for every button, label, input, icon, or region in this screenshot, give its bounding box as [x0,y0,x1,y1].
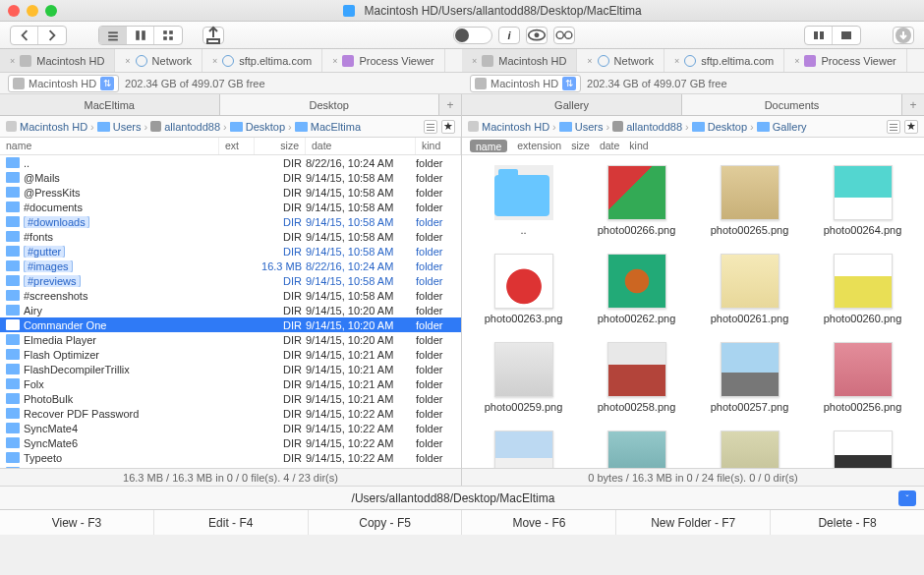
connection-tab[interactable]: ×Macintosh HD [0,49,115,72]
grid-item[interactable]: photo00266.png [583,165,690,236]
file-row[interactable]: Commander OneDIR9/14/15, 10:20 AMfolder [0,317,461,332]
grid-item[interactable]: photo00259.png [470,342,577,413]
grid-item[interactable]: photo00260.png [809,254,916,324]
file-row[interactable]: #fontsDIR9/14/15, 10:58 AMfolder [0,229,461,244]
breadcrumb-item[interactable]: allantodd88 [150,121,220,133]
tab-documents[interactable]: Documents [682,94,902,115]
right-icon-grid[interactable]: ..photo00266.pngphoto00265.pngphoto00264… [462,155,924,468]
grid-item[interactable]: photo00265.png [696,165,803,236]
downloads-button[interactable] [893,27,914,44]
grid-item[interactable] [583,431,690,468]
connection-tab[interactable]: ×Network [577,49,664,72]
toggle-switch[interactable] [453,27,492,44]
function-key-button[interactable]: Copy - F5 [309,510,463,535]
grid-item[interactable]: photo00261.png [696,254,803,324]
back-button[interactable] [11,27,38,44]
file-row[interactable]: @PressKitsDIR9/14/15, 10:58 AMfolder [0,185,461,200]
grid-item[interactable] [470,431,577,468]
file-row[interactable]: SyncMate6DIR9/14/15, 10:22 AMfolder [0,435,461,450]
connection-tab[interactable]: ×Process Viewer [784,49,906,72]
breadcrumb-item[interactable]: MacEltima [295,121,361,133]
file-row[interactable]: Recover PDF PasswordDIR9/14/15, 10:22 AM… [0,406,461,421]
list-mode-icon[interactable] [887,120,900,134]
right-columns-header[interactable]: name extension size date kind [462,138,924,155]
close-icon[interactable]: × [472,56,477,66]
view-icons-button[interactable] [154,27,182,44]
file-row[interactable]: SyncMate4DIR9/14/15, 10:22 AMfolder [0,421,461,435]
connection-tab[interactable]: ×sftp.eltima.com [664,49,784,72]
function-key-button[interactable]: Edit - F4 [154,510,309,535]
file-row[interactable]: @MailsDIR9/14/15, 10:58 AMfolder [0,170,461,185]
tab-gallery[interactable]: Gallery [462,94,682,115]
file-row[interactable]: #screenshotsDIR9/14/15, 10:58 AMfolder [0,288,461,303]
function-key-button[interactable]: Delete - F8 [771,510,924,535]
volume-selector[interactable]: Macintosh HD ⇅ [470,75,581,92]
binoculars-button[interactable] [553,27,575,44]
single-pane-button[interactable] [833,27,860,44]
close-icon[interactable]: × [10,56,15,66]
file-row[interactable]: #images16.3 MB8/22/16, 10:24 AMfolder [0,259,461,273]
grid-item[interactable]: photo00258.png [583,342,690,413]
favorite-icon[interactable]: ★ [441,120,455,134]
close-icon[interactable]: × [332,56,337,66]
favorite-icon[interactable]: ★ [904,120,918,134]
path-input[interactable]: /Users/allantodd88/Desktop/MacEltima [8,491,898,505]
connection-tab[interactable]: ×Network [115,49,202,72]
close-icon[interactable]: × [674,56,679,66]
file-row[interactable]: Elmedia PlayerDIR9/14/15, 10:20 AMfolder [0,332,461,347]
grid-item[interactable]: photo00256.png [809,342,916,413]
view-columns-button[interactable] [127,27,154,44]
file-row[interactable]: TypeetoDIR9/14/15, 10:22 AMfolder [0,450,461,465]
path-dropdown-button[interactable]: ˇ [898,490,916,506]
list-mode-icon[interactable] [424,120,437,134]
grid-item[interactable]: photo00263.png [470,254,577,324]
forward-button[interactable] [38,27,66,44]
function-key-button[interactable]: Move - F6 [462,510,616,535]
file-row[interactable]: FolxDIR9/14/15, 10:21 AMfolder [0,376,461,391]
info-button[interactable]: i [498,27,520,44]
file-row[interactable]: #previewsDIR9/14/15, 10:58 AMfolder [0,273,461,288]
left-columns-header[interactable]: name ext size date kind [0,138,461,155]
tab-desktop[interactable]: Desktop [220,94,440,115]
breadcrumb-item[interactable]: Macintosh HD [468,121,549,133]
breadcrumb-item[interactable]: Users [97,121,142,133]
grid-item[interactable]: photo00257.png [696,342,803,413]
view-list-button[interactable] [99,27,127,44]
connection-tab[interactable]: ×Process Viewer [322,49,444,72]
left-file-list[interactable]: ..DIR8/22/16, 10:24 AMfolder@MailsDIR9/1… [0,155,461,468]
close-button[interactable] [8,5,20,17]
file-row[interactable]: FlashDecompilerTrillixDIR9/14/15, 10:21 … [0,362,461,376]
file-row[interactable]: #gutterDIR9/14/15, 10:58 AMfolder [0,244,461,259]
close-icon[interactable]: × [125,56,130,66]
preview-button[interactable] [526,27,548,44]
minimize-button[interactable] [27,5,38,17]
grid-item[interactable]: .. [470,165,577,236]
connection-tab[interactable]: ×sftp.eltima.com [202,49,322,72]
grid-item[interactable]: photo00262.png [583,254,690,324]
volume-selector[interactable]: Macintosh HD ⇅ [8,75,119,92]
connection-tab[interactable]: ×Macintosh HD [462,49,577,72]
maximize-button[interactable] [45,5,57,17]
grid-item[interactable]: photo00264.png [809,165,916,236]
file-row[interactable]: PhotoBulkDIR9/14/15, 10:21 AMfolder [0,391,461,406]
dual-pane-button[interactable] [805,27,833,44]
breadcrumb-item[interactable]: Users [559,121,604,133]
file-row[interactable]: #downloadsDIR9/14/15, 10:58 AMfolder [0,214,461,229]
close-icon[interactable]: × [587,56,592,66]
file-row[interactable]: AiryDIR9/14/15, 10:20 AMfolder [0,303,461,317]
breadcrumb-item[interactable]: Desktop [230,121,285,133]
grid-item[interactable] [696,431,803,468]
function-key-button[interactable]: New Folder - F7 [616,510,771,535]
function-key-button[interactable]: View - F3 [0,510,154,535]
share-button[interactable] [202,27,224,44]
tab-maceltima[interactable]: MacEltima [0,94,220,115]
add-tab-button[interactable]: + [902,94,924,115]
close-icon[interactable]: × [212,56,217,66]
grid-item[interactable] [809,431,916,468]
file-row[interactable]: ..DIR8/22/16, 10:24 AMfolder [0,155,461,170]
breadcrumb-item[interactable]: allantodd88 [612,121,682,133]
add-tab-button[interactable]: + [439,94,461,115]
file-row[interactable]: Flash OptimizerDIR9/14/15, 10:21 AMfolde… [0,347,461,362]
file-row[interactable]: #documentsDIR9/14/15, 10:58 AMfolder [0,200,461,214]
breadcrumb-item[interactable]: Desktop [692,121,747,133]
